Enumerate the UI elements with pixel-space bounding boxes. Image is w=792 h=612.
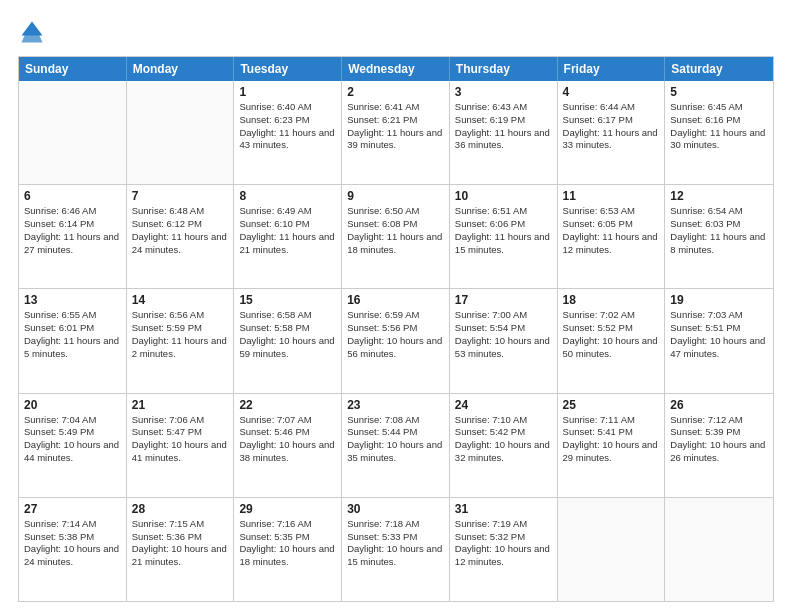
calendar-day-18: 18Sunrise: 7:02 AM Sunset: 5:52 PM Dayli… [558, 289, 666, 392]
calendar-day-31: 31Sunrise: 7:19 AM Sunset: 5:32 PM Dayli… [450, 498, 558, 601]
day-number: 10 [455, 189, 552, 203]
day-info: Sunrise: 7:06 AM Sunset: 5:47 PM Dayligh… [132, 414, 229, 465]
calendar-day-9: 9Sunrise: 6:50 AM Sunset: 6:08 PM Daylig… [342, 185, 450, 288]
calendar-header-row: SundayMondayTuesdayWednesdayThursdayFrid… [19, 57, 773, 81]
day-number: 21 [132, 398, 229, 412]
day-info: Sunrise: 7:08 AM Sunset: 5:44 PM Dayligh… [347, 414, 444, 465]
calendar-body: 1Sunrise: 6:40 AM Sunset: 6:23 PM Daylig… [19, 81, 773, 601]
calendar-day-16: 16Sunrise: 6:59 AM Sunset: 5:56 PM Dayli… [342, 289, 450, 392]
calendar-empty-cell [127, 81, 235, 184]
day-info: Sunrise: 6:54 AM Sunset: 6:03 PM Dayligh… [670, 205, 768, 256]
day-number: 28 [132, 502, 229, 516]
calendar-day-1: 1Sunrise: 6:40 AM Sunset: 6:23 PM Daylig… [234, 81, 342, 184]
day-info: Sunrise: 7:18 AM Sunset: 5:33 PM Dayligh… [347, 518, 444, 569]
day-number: 2 [347, 85, 444, 99]
day-info: Sunrise: 7:11 AM Sunset: 5:41 PM Dayligh… [563, 414, 660, 465]
day-number: 14 [132, 293, 229, 307]
day-number: 23 [347, 398, 444, 412]
day-info: Sunrise: 6:53 AM Sunset: 6:05 PM Dayligh… [563, 205, 660, 256]
day-info: Sunrise: 7:10 AM Sunset: 5:42 PM Dayligh… [455, 414, 552, 465]
day-number: 6 [24, 189, 121, 203]
calendar-day-11: 11Sunrise: 6:53 AM Sunset: 6:05 PM Dayli… [558, 185, 666, 288]
calendar-day-6: 6Sunrise: 6:46 AM Sunset: 6:14 PM Daylig… [19, 185, 127, 288]
day-info: Sunrise: 7:07 AM Sunset: 5:46 PM Dayligh… [239, 414, 336, 465]
day-info: Sunrise: 6:44 AM Sunset: 6:17 PM Dayligh… [563, 101, 660, 152]
calendar-day-19: 19Sunrise: 7:03 AM Sunset: 5:51 PM Dayli… [665, 289, 773, 392]
day-info: Sunrise: 7:16 AM Sunset: 5:35 PM Dayligh… [239, 518, 336, 569]
day-info: Sunrise: 6:40 AM Sunset: 6:23 PM Dayligh… [239, 101, 336, 152]
day-number: 11 [563, 189, 660, 203]
day-info: Sunrise: 7:03 AM Sunset: 5:51 PM Dayligh… [670, 309, 768, 360]
calendar-day-24: 24Sunrise: 7:10 AM Sunset: 5:42 PM Dayli… [450, 394, 558, 497]
calendar-week-4: 20Sunrise: 7:04 AM Sunset: 5:49 PM Dayli… [19, 393, 773, 497]
day-info: Sunrise: 6:50 AM Sunset: 6:08 PM Dayligh… [347, 205, 444, 256]
day-info: Sunrise: 7:15 AM Sunset: 5:36 PM Dayligh… [132, 518, 229, 569]
day-number: 18 [563, 293, 660, 307]
day-header-wednesday: Wednesday [342, 57, 450, 81]
day-info: Sunrise: 7:19 AM Sunset: 5:32 PM Dayligh… [455, 518, 552, 569]
calendar-day-20: 20Sunrise: 7:04 AM Sunset: 5:49 PM Dayli… [19, 394, 127, 497]
day-number: 27 [24, 502, 121, 516]
day-number: 15 [239, 293, 336, 307]
day-number: 9 [347, 189, 444, 203]
calendar-day-26: 26Sunrise: 7:12 AM Sunset: 5:39 PM Dayli… [665, 394, 773, 497]
day-number: 1 [239, 85, 336, 99]
day-number: 24 [455, 398, 552, 412]
header [18, 18, 774, 46]
calendar-day-15: 15Sunrise: 6:58 AM Sunset: 5:58 PM Dayli… [234, 289, 342, 392]
calendar-day-13: 13Sunrise: 6:55 AM Sunset: 6:01 PM Dayli… [19, 289, 127, 392]
day-number: 17 [455, 293, 552, 307]
day-info: Sunrise: 6:43 AM Sunset: 6:19 PM Dayligh… [455, 101, 552, 152]
day-info: Sunrise: 6:51 AM Sunset: 6:06 PM Dayligh… [455, 205, 552, 256]
day-number: 12 [670, 189, 768, 203]
calendar-day-5: 5Sunrise: 6:45 AM Sunset: 6:16 PM Daylig… [665, 81, 773, 184]
day-number: 3 [455, 85, 552, 99]
day-number: 8 [239, 189, 336, 203]
calendar: SundayMondayTuesdayWednesdayThursdayFrid… [18, 56, 774, 602]
day-number: 26 [670, 398, 768, 412]
calendar-week-3: 13Sunrise: 6:55 AM Sunset: 6:01 PM Dayli… [19, 288, 773, 392]
calendar-day-30: 30Sunrise: 7:18 AM Sunset: 5:33 PM Dayli… [342, 498, 450, 601]
day-info: Sunrise: 6:41 AM Sunset: 6:21 PM Dayligh… [347, 101, 444, 152]
day-info: Sunrise: 7:14 AM Sunset: 5:38 PM Dayligh… [24, 518, 121, 569]
day-info: Sunrise: 6:48 AM Sunset: 6:12 PM Dayligh… [132, 205, 229, 256]
day-number: 31 [455, 502, 552, 516]
calendar-empty-cell [19, 81, 127, 184]
calendar-day-17: 17Sunrise: 7:00 AM Sunset: 5:54 PM Dayli… [450, 289, 558, 392]
calendar-empty-cell [665, 498, 773, 601]
day-header-sunday: Sunday [19, 57, 127, 81]
calendar-day-25: 25Sunrise: 7:11 AM Sunset: 5:41 PM Dayli… [558, 394, 666, 497]
day-number: 20 [24, 398, 121, 412]
calendar-day-10: 10Sunrise: 6:51 AM Sunset: 6:06 PM Dayli… [450, 185, 558, 288]
day-number: 5 [670, 85, 768, 99]
logo-icon [18, 18, 46, 46]
day-info: Sunrise: 7:04 AM Sunset: 5:49 PM Dayligh… [24, 414, 121, 465]
calendar-day-28: 28Sunrise: 7:15 AM Sunset: 5:36 PM Dayli… [127, 498, 235, 601]
day-number: 25 [563, 398, 660, 412]
day-info: Sunrise: 6:49 AM Sunset: 6:10 PM Dayligh… [239, 205, 336, 256]
calendar-empty-cell [558, 498, 666, 601]
calendar-week-5: 27Sunrise: 7:14 AM Sunset: 5:38 PM Dayli… [19, 497, 773, 601]
day-header-saturday: Saturday [665, 57, 773, 81]
calendar-day-2: 2Sunrise: 6:41 AM Sunset: 6:21 PM Daylig… [342, 81, 450, 184]
day-number: 16 [347, 293, 444, 307]
day-header-friday: Friday [558, 57, 666, 81]
calendar-day-21: 21Sunrise: 7:06 AM Sunset: 5:47 PM Dayli… [127, 394, 235, 497]
day-header-tuesday: Tuesday [234, 57, 342, 81]
day-info: Sunrise: 6:46 AM Sunset: 6:14 PM Dayligh… [24, 205, 121, 256]
day-info: Sunrise: 7:12 AM Sunset: 5:39 PM Dayligh… [670, 414, 768, 465]
calendar-day-3: 3Sunrise: 6:43 AM Sunset: 6:19 PM Daylig… [450, 81, 558, 184]
logo [18, 18, 50, 46]
day-number: 22 [239, 398, 336, 412]
page: SundayMondayTuesdayWednesdayThursdayFrid… [0, 0, 792, 612]
day-number: 30 [347, 502, 444, 516]
day-info: Sunrise: 6:58 AM Sunset: 5:58 PM Dayligh… [239, 309, 336, 360]
day-info: Sunrise: 7:02 AM Sunset: 5:52 PM Dayligh… [563, 309, 660, 360]
calendar-day-22: 22Sunrise: 7:07 AM Sunset: 5:46 PM Dayli… [234, 394, 342, 497]
day-header-monday: Monday [127, 57, 235, 81]
calendar-week-2: 6Sunrise: 6:46 AM Sunset: 6:14 PM Daylig… [19, 184, 773, 288]
calendar-day-23: 23Sunrise: 7:08 AM Sunset: 5:44 PM Dayli… [342, 394, 450, 497]
day-info: Sunrise: 6:56 AM Sunset: 5:59 PM Dayligh… [132, 309, 229, 360]
calendar-week-1: 1Sunrise: 6:40 AM Sunset: 6:23 PM Daylig… [19, 81, 773, 184]
day-info: Sunrise: 7:00 AM Sunset: 5:54 PM Dayligh… [455, 309, 552, 360]
